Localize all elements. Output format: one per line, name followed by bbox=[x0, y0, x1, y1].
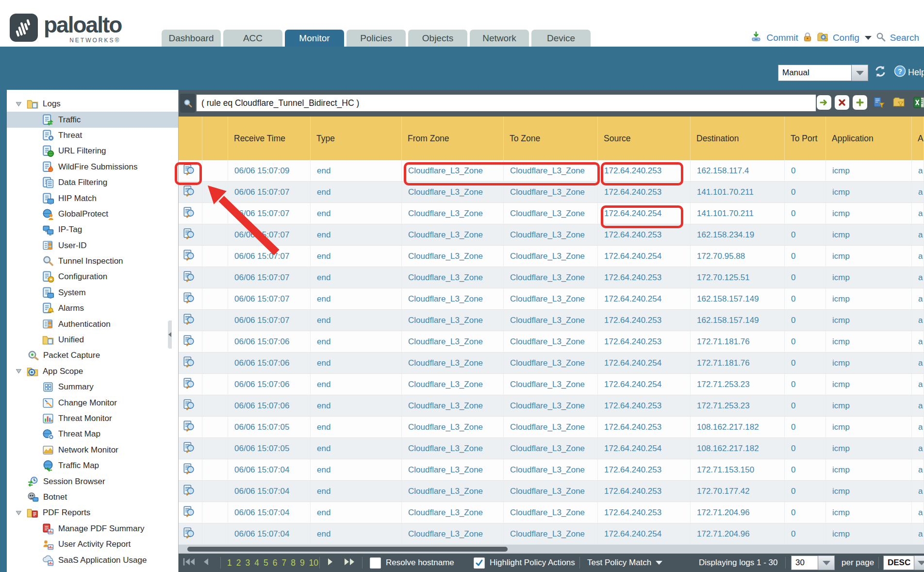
cell-application[interactable]: icmp bbox=[826, 502, 912, 523]
sidebar-item-traffic[interactable]: Traffic bbox=[7, 112, 178, 127]
cell-application[interactable]: icmp bbox=[826, 203, 912, 224]
table-row[interactable]: 06/06 15:07:05endCloudflare_L3_ZoneCloud… bbox=[179, 438, 924, 459]
cell-source[interactable]: 172.64.240.253 bbox=[598, 331, 691, 352]
cell-from-zone[interactable]: Cloudflare_L3_Zone bbox=[402, 438, 504, 459]
cell-action[interactable]: a bbox=[912, 246, 924, 267]
cell-type[interactable]: end bbox=[311, 353, 402, 373]
cell-action[interactable]: a bbox=[912, 353, 924, 373]
resolve-hostname-checkbox[interactable] bbox=[370, 557, 381, 569]
cell-application[interactable]: icmp bbox=[826, 523, 912, 544]
log-detail-icon[interactable] bbox=[183, 207, 195, 220]
cell-type[interactable]: end bbox=[311, 160, 402, 181]
cell-source[interactable]: 172.64.240.254 bbox=[598, 246, 691, 267]
table-row[interactable]: 06/06 15:07:09endCloudflare_L3_ZoneCloud… bbox=[179, 160, 924, 182]
table-row[interactable]: 06/06 15:07:06endCloudflare_L3_ZoneCloud… bbox=[179, 353, 924, 374]
sort-order-value[interactable]: DESC bbox=[883, 555, 914, 570]
table-row[interactable]: 06/06 15:07:07endCloudflare_L3_ZoneCloud… bbox=[179, 224, 924, 246]
sidebar-item-authentication[interactable]: Authentication bbox=[7, 316, 178, 332]
cell-to-zone[interactable]: Cloudflare_L3_Zone bbox=[504, 246, 598, 267]
cell-to-port[interactable]: 0 bbox=[785, 224, 826, 245]
tab-monitor[interactable]: Monitor bbox=[285, 30, 344, 47]
log-detail-cell[interactable] bbox=[179, 224, 202, 245]
cell-type[interactable]: end bbox=[311, 417, 402, 437]
tree-expander-icon[interactable] bbox=[16, 510, 23, 516]
cell-application[interactable]: icmp bbox=[826, 182, 912, 202]
clear-filter-button[interactable] bbox=[835, 95, 849, 110]
cell-destination[interactable]: 162.158.234.19 bbox=[691, 224, 785, 245]
cell-to-port[interactable]: 0 bbox=[785, 203, 826, 224]
log-detail-icon[interactable] bbox=[183, 314, 195, 327]
cell-action[interactable]: a bbox=[912, 331, 924, 352]
cell-source[interactable]: 172.64.240.253 bbox=[598, 502, 691, 523]
cell-source[interactable]: 172.64.240.253 bbox=[598, 182, 691, 202]
cell-from-zone[interactable]: Cloudflare_L3_Zone bbox=[402, 182, 504, 202]
cell-application[interactable]: icmp bbox=[826, 481, 912, 502]
refresh-mode-select[interactable]: Manual bbox=[778, 65, 868, 81]
column-header-to-port[interactable]: To Port bbox=[785, 117, 826, 160]
cell-receive-time[interactable]: 06/06 15:07:04 bbox=[228, 502, 311, 523]
cell-action[interactable]: a bbox=[912, 395, 924, 416]
sidebar-item-threat-monitor[interactable]: Threat Monitor bbox=[7, 411, 178, 426]
tab-network[interactable]: Network bbox=[470, 30, 529, 47]
table-row[interactable]: 06/06 15:07:06endCloudflare_L3_ZoneCloud… bbox=[179, 374, 924, 395]
export-to-csv-button[interactable] bbox=[910, 94, 924, 111]
cell-destination[interactable]: 172.71.204.96 bbox=[691, 523, 785, 544]
cell-destination[interactable]: 172.70.177.42 bbox=[691, 481, 785, 502]
table-row[interactable]: 06/06 15:07:07endCloudflare_L3_ZoneCloud… bbox=[179, 246, 924, 267]
tab-acc[interactable]: ACC bbox=[223, 30, 282, 47]
log-detail-cell[interactable] bbox=[179, 267, 202, 288]
cell-to-zone[interactable]: Cloudflare_L3_Zone bbox=[504, 353, 598, 373]
cell-application[interactable]: icmp bbox=[826, 267, 912, 288]
cell-receive-time[interactable]: 06/06 15:07:06 bbox=[228, 374, 311, 395]
table-row[interactable]: 06/06 15:07:07endCloudflare_L3_ZoneCloud… bbox=[179, 267, 924, 288]
sidebar-item-user-activity-report[interactable]: User Activity Report bbox=[7, 537, 178, 552]
cell-to-port[interactable]: 0 bbox=[785, 267, 826, 288]
log-detail-cell[interactable] bbox=[179, 331, 202, 352]
sidebar-item-hip-match[interactable]: HIP Match bbox=[7, 190, 178, 206]
cell-type[interactable]: end bbox=[311, 203, 402, 224]
log-detail-cell[interactable] bbox=[179, 182, 202, 202]
column-header-type[interactable]: Type bbox=[311, 117, 402, 160]
sidebar-item-wildfire-submissions[interactable]: WildFire Submissions bbox=[7, 159, 178, 175]
help-icon[interactable]: ? bbox=[894, 65, 906, 80]
test-policy-match-button[interactable]: Test Policy Match bbox=[587, 558, 651, 568]
table-row[interactable]: 06/06 15:07:07endCloudflare_L3_ZoneCloud… bbox=[179, 310, 924, 331]
log-detail-cell[interactable] bbox=[179, 288, 202, 309]
sidebar-item-unified[interactable]: Unified bbox=[7, 332, 178, 348]
log-detail-cell[interactable] bbox=[179, 417, 202, 437]
log-detail-cell[interactable] bbox=[179, 502, 202, 523]
sidebar-item-user-id[interactable]: User-ID bbox=[7, 238, 178, 253]
cell-from-zone[interactable]: Cloudflare_L3_Zone bbox=[402, 203, 504, 224]
cell-type[interactable]: end bbox=[311, 459, 402, 480]
cell-to-zone[interactable]: Cloudflare_L3_Zone bbox=[504, 481, 598, 502]
cell-destination[interactable]: 162.158.157.149 bbox=[691, 310, 785, 331]
cell-application[interactable]: icmp bbox=[826, 438, 912, 459]
cell-receive-time[interactable]: 06/06 15:07:05 bbox=[228, 438, 311, 459]
cell-destination[interactable]: 108.162.217.182 bbox=[691, 438, 785, 459]
cell-source[interactable]: 172.64.240.254 bbox=[598, 438, 691, 459]
cell-to-port[interactable]: 0 bbox=[785, 331, 826, 352]
cell-from-zone[interactable]: Cloudflare_L3_Zone bbox=[402, 310, 504, 331]
sidebar-item-alarms[interactable]: Alarms bbox=[7, 301, 178, 316]
log-detail-cell[interactable] bbox=[179, 246, 202, 267]
log-detail-icon[interactable] bbox=[183, 335, 195, 349]
cell-to-zone[interactable]: Cloudflare_L3_Zone bbox=[504, 310, 598, 331]
cell-application[interactable]: icmp bbox=[826, 353, 912, 373]
log-detail-icon[interactable] bbox=[183, 485, 195, 498]
page-number[interactable]: 5 bbox=[264, 558, 268, 568]
refresh-icon[interactable] bbox=[874, 65, 887, 80]
first-page-button[interactable] bbox=[182, 557, 196, 569]
cell-from-zone[interactable]: Cloudflare_L3_Zone bbox=[402, 395, 504, 416]
refresh-mode-value[interactable]: Manual bbox=[778, 65, 852, 81]
tree-expander-icon[interactable] bbox=[16, 368, 23, 374]
cell-receive-time[interactable]: 06/06 15:07:07 bbox=[228, 310, 311, 331]
column-header-blank-1[interactable] bbox=[202, 117, 228, 160]
cell-to-zone[interactable]: Cloudflare_L3_Zone bbox=[504, 523, 598, 544]
cell-source[interactable]: 172.64.240.253 bbox=[598, 224, 691, 245]
cell-receive-time[interactable]: 06/06 15:07:07 bbox=[228, 224, 311, 245]
table-row[interactable]: 06/06 15:07:04endCloudflare_L3_ZoneCloud… bbox=[179, 502, 924, 523]
cell-from-zone[interactable]: Cloudflare_L3_Zone bbox=[402, 374, 504, 395]
page-number[interactable]: 9 bbox=[300, 558, 305, 568]
cell-action[interactable]: a bbox=[912, 310, 924, 331]
tab-objects[interactable]: Objects bbox=[408, 30, 467, 47]
